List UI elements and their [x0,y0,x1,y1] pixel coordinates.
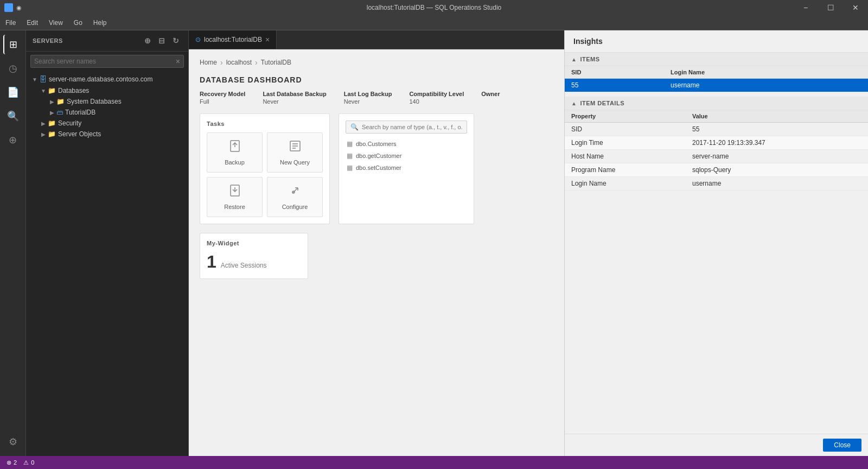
tasks-widget-title: Tasks [207,121,323,127]
tree-system-dbs[interactable]: ▶ 📁 System Databases [26,96,188,107]
server-arrow: ▼ [30,77,39,83]
detail-col-value: Value [686,110,868,123]
new-query-button[interactable]: New Query [267,132,323,173]
search-result-customers[interactable]: ▦ dbo.Customers [346,138,467,150]
right-panel: Insights ▲ ITEMS SID Login Name 55 usern… [564,30,868,456]
refresh-button[interactable]: ↻ [170,35,182,47]
activity-servers[interactable]: ⊞ [3,35,23,54]
breadcrumb-tutorialdb[interactable]: TutorialDB [261,59,291,66]
tree-security[interactable]: ▶ 📁 Security [26,118,188,129]
backup-icon [228,140,241,156]
menubar: File Edit View Go Help [0,15,868,30]
detail-row-3: Program Name sqlops-Query [565,163,868,177]
new-query-icon [289,140,302,156]
tasks-widget: Tasks Backup [200,113,330,224]
window-controls: − ☐ ✕ [793,0,868,15]
col-login-name: Login Name [664,66,868,79]
close-button[interactable]: Close [823,439,861,452]
tree-databases[interactable]: ▼ 📁 Databases [26,85,188,96]
server-objects-arrow: ▶ [39,131,48,137]
db-info-recovery: Recovery Model Full [200,91,245,105]
databases-folder-icon: 📁 [48,87,56,94]
detail-prop-4: Login Name [565,177,686,191]
server-search-input[interactable] [31,55,173,67]
new-connection-button[interactable]: ⊕ [142,35,154,47]
sidebar-header: SERVERS ⊕ ⊟ ↻ [26,30,188,52]
titlebar: ◉ localhost:TutorialDB — SQL Operations … [0,0,868,15]
warning-icon: ⚠ [23,459,29,466]
compat-label: Compatibility Level [409,91,464,97]
system-dbs-folder-icon: 📁 [56,98,65,105]
warning-count: 0 [31,459,34,466]
breadcrumb-localhost[interactable]: localhost [226,59,252,66]
tab-tutorialdb[interactable]: ⊙ localhost:TutorialDB × [189,30,277,49]
error-status[interactable]: ⊗ 2 [7,459,17,466]
items-section-header[interactable]: ▲ ITEMS [565,53,868,66]
sidebar-header-icons: ⊕ ⊟ ↻ [142,35,182,47]
detail-col-property: Property [565,110,686,123]
search-result-getCustomer[interactable]: ▦ dbo.getCustomer [346,150,467,162]
detail-row-1: Login Time 2017-11-20 19:13:39.347 [565,136,868,150]
log-backup-label: Last Log Backup [344,91,392,97]
tree-server-objects[interactable]: ▶ 📁 Server Objects [26,129,188,140]
task-grid: Backup New Query [207,132,323,217]
menu-help[interactable]: Help [88,17,112,29]
search-clear-button[interactable]: × [173,57,183,66]
collapse-all-button[interactable]: ⊟ [156,35,168,47]
configure-label: Configure [282,204,308,210]
activity-bar: ⊞ ◷ 📄 🔍 ⊕ ⚙ [0,30,26,456]
tree-tutorialdb[interactable]: ▶ 🗃 TutorialDB [26,107,188,118]
server-search-box[interactable]: × [30,55,184,68]
warning-status[interactable]: ⚠ 0 [23,459,34,466]
db-info-compat: Compatibility Level 140 [409,91,464,105]
tab-close-button[interactable]: × [265,35,270,44]
sessions-count: 1 [207,252,216,272]
detail-val-4: username [686,177,868,191]
close-button-row: Close [565,434,868,456]
search-results: ▦ dbo.Customers ▦ dbo.getCustomer ▦ dbo.… [346,138,467,174]
activity-extensions[interactable]: ⊕ [3,130,23,150]
detail-row-2: Host Name server-name [565,150,868,163]
recovery-value: Full [200,98,209,105]
detail-prop-0: SID [565,123,686,136]
menu-view[interactable]: View [43,17,68,29]
detail-prop-2: Host Name [565,150,686,163]
item-details-section-header[interactable]: ▲ ITEM DETAILS [565,97,868,110]
new-query-label: New Query [280,159,310,166]
insights-cell-login-name: username [664,79,868,92]
menu-file[interactable]: File [0,17,21,29]
object-search-bar[interactable]: 🔍 [346,121,467,134]
system-dbs-label: System Databases [67,98,122,105]
setCustomer-label: dbo.setCustomer [356,164,401,171]
object-search-input[interactable] [362,124,462,130]
configure-button[interactable]: Configure [267,177,323,217]
tutorialdb-icon: 🗃 [56,109,63,116]
backup-button[interactable]: Backup [207,132,263,173]
close-window-button[interactable]: ✕ [843,0,868,15]
server-objects-label: Server Objects [58,130,101,138]
insights-row-0[interactable]: 55 username [565,79,868,92]
menu-go[interactable]: Go [68,17,88,29]
activity-history[interactable]: ◷ [3,59,23,78]
activity-explorer[interactable]: 📄 [3,83,23,102]
tab-db-icon: ⊙ [195,36,201,43]
item-details-collapse-icon: ▲ [571,100,577,106]
tutorialdb-arrow: ▶ [48,110,56,116]
search-result-setCustomer[interactable]: ▦ dbo.setCustomer [346,162,467,174]
tree-server[interactable]: ▼ 🗄 server-name.database.contoso.com [26,73,188,85]
detail-val-3: sqlops-Query [686,163,868,177]
minimize-button[interactable]: − [793,0,818,15]
items-collapse-icon: ▲ [571,56,577,62]
detail-prop-1: Login Time [565,136,686,150]
activity-settings[interactable]: ⚙ [3,432,23,452]
maximize-button[interactable]: ☐ [818,0,843,15]
activity-search[interactable]: 🔍 [3,106,23,126]
detail-row-4: Login Name username [565,177,868,191]
db-info-bar: Recovery Model Full Last Database Backup… [200,91,553,105]
last-backup-value: Never [263,98,278,105]
menu-edit[interactable]: Edit [21,17,43,29]
restore-button[interactable]: Restore [207,177,263,217]
content-area: ⊙ localhost:TutorialDB × Home › localhos… [189,30,564,456]
insights-table-header: SID Login Name [565,66,868,79]
breadcrumb-home[interactable]: Home [200,59,217,66]
